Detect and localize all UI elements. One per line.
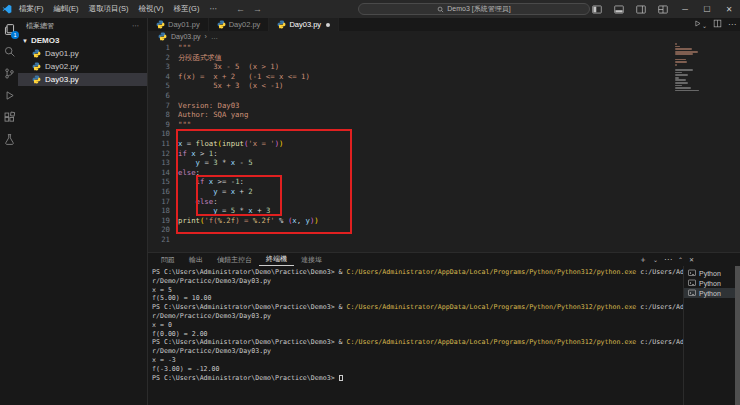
panel-more-icon[interactable]: ⋯ bbox=[664, 255, 672, 264]
code-text: if x > 1: bbox=[170, 149, 218, 159]
terminal-line: PS C:\Users\Administrator\Demo\Practice\… bbox=[152, 374, 683, 383]
editor-tab[interactable]: Day03.py bbox=[269, 18, 339, 31]
python-file-icon bbox=[32, 49, 41, 58]
code-text bbox=[170, 235, 178, 245]
minimap[interactable] bbox=[675, 43, 701, 97]
new-terminal-icon[interactable]: ＋ bbox=[639, 254, 647, 265]
run-python-button[interactable]: ⌄ bbox=[693, 19, 707, 30]
editor-more-icon[interactable]: ⋯ bbox=[728, 20, 736, 29]
terminal-list-item[interactable]: Python bbox=[684, 278, 735, 288]
toggle-secondary-sidebar-icon[interactable] bbox=[630, 0, 652, 18]
testing-icon[interactable] bbox=[1, 131, 17, 147]
menu-item[interactable]: 檔案(F) bbox=[14, 4, 49, 13]
line-number: 14 bbox=[148, 168, 170, 178]
code-text: Version: Day03 bbox=[170, 101, 240, 111]
split-editor-icon[interactable] bbox=[713, 19, 722, 30]
chevron-down-icon: ▼ bbox=[22, 38, 28, 44]
python-file-icon bbox=[32, 75, 41, 84]
terminal-scrollbar[interactable] bbox=[735, 266, 740, 405]
search-view-icon[interactable] bbox=[1, 43, 17, 59]
minimize-button[interactable]: ─ bbox=[674, 0, 696, 18]
vscode-window: 檔案(F)編輯(E)選取項目(S)檢視(V)移至(G)⋯ ← → Demo3 [… bbox=[0, 0, 740, 405]
code-line: 2分段函式求值 bbox=[148, 53, 740, 63]
folder-demo3[interactable]: ▼ DEMO3 bbox=[18, 34, 147, 47]
breadcrumb[interactable]: Day03.py › … bbox=[148, 31, 740, 41]
code-line: 4f(x) = x + 2 (-1 <= x <= 1) bbox=[148, 72, 740, 82]
terminal-output[interactable]: PS C:\Users\Administrator\Demo\Practice\… bbox=[148, 266, 683, 405]
activity-bar: 1 bbox=[0, 18, 18, 405]
panel-tab[interactable]: 終端機 bbox=[259, 253, 294, 266]
explorer-sidebar: 檔案總管 ⋯ ▼ DEMO3 Day01.pyDay02.pyDay03.py bbox=[18, 18, 148, 405]
line-number: 6 bbox=[148, 91, 170, 101]
sidebar-more-icon[interactable]: ⋯ bbox=[132, 22, 139, 30]
file-item[interactable]: Day01.py bbox=[18, 47, 147, 60]
source-control-icon[interactable] bbox=[1, 65, 17, 81]
command-center-search[interactable]: Demo3 [系統管理員] bbox=[358, 3, 590, 15]
menu-bar: 檔案(F)編輯(E)選取項目(S)檢視(V)移至(G)⋯ bbox=[14, 4, 222, 14]
terminal-line: f(-3.00) = -12.00 bbox=[152, 365, 683, 374]
menu-item[interactable]: 移至(G) bbox=[169, 4, 205, 13]
file-item[interactable]: Day02.py bbox=[18, 60, 147, 73]
terminal-icon bbox=[688, 289, 696, 297]
terminal-list-item[interactable]: Python bbox=[684, 268, 735, 278]
terminal-dropdown-icon[interactable]: ⌄ bbox=[653, 256, 658, 263]
line-number: 18 bbox=[148, 206, 170, 216]
panel-tab[interactable]: 連接埠 bbox=[294, 253, 329, 266]
toggle-sidebar-icon[interactable] bbox=[586, 0, 608, 18]
menu-item[interactable]: 編輯(E) bbox=[49, 4, 84, 13]
title-bar: 檔案(F)編輯(E)選取項目(S)檢視(V)移至(G)⋯ ← → Demo3 [… bbox=[0, 0, 740, 18]
terminal-label: Python bbox=[699, 270, 721, 277]
vscode-logo-icon bbox=[0, 4, 14, 14]
python-file-icon bbox=[217, 20, 226, 29]
code-editor[interactable]: 1"""2分段函式求值3 3x - 5 (x > 1)4f(x) = x + 2… bbox=[148, 41, 740, 252]
line-number: 2 bbox=[148, 53, 170, 63]
panel-tab[interactable]: 問題 bbox=[154, 253, 182, 266]
terminal-line: r/Demo/Practice/Demo3/Day03.py bbox=[152, 347, 683, 356]
close-button[interactable]: ✕ bbox=[718, 0, 740, 18]
code-line: 7Version: Day03 bbox=[148, 101, 740, 111]
panel-tab[interactable]: 輸出 bbox=[182, 253, 210, 266]
menu-item[interactable]: ⋯ bbox=[204, 4, 222, 13]
run-debug-icon[interactable] bbox=[1, 87, 17, 103]
code-line: 9""" bbox=[148, 120, 740, 130]
toggle-panel-icon[interactable] bbox=[608, 0, 630, 18]
terminal-cursor bbox=[339, 375, 343, 382]
file-tree: Day01.pyDay02.pyDay03.py bbox=[18, 47, 147, 86]
line-number: 19 bbox=[148, 216, 170, 226]
panel-maximize-icon[interactable]: ⌃ bbox=[678, 256, 683, 263]
code-line: 11x = float(input('x = ')) bbox=[148, 139, 740, 149]
code-line: 12if x > 1: bbox=[148, 149, 740, 159]
code-text: print('f(%.2f) = %.2f' % (x, y)) bbox=[170, 216, 319, 226]
terminal-line: x = 0 bbox=[152, 321, 683, 330]
file-name: Day01.py bbox=[45, 49, 79, 58]
extensions-icon[interactable] bbox=[1, 109, 17, 125]
line-number: 8 bbox=[148, 110, 170, 120]
maximize-button[interactable]: ☐ bbox=[696, 0, 718, 18]
terminal-list-item[interactable]: Python bbox=[684, 288, 735, 298]
panel-close-icon[interactable]: ✕ bbox=[689, 256, 694, 263]
file-item[interactable]: Day03.py bbox=[18, 73, 147, 86]
code-line: 13 y = 3 * x - 5 bbox=[148, 158, 740, 168]
code-line: 17 else: bbox=[148, 197, 740, 207]
nav-forward-icon[interactable]: → bbox=[253, 4, 262, 14]
line-number: 5 bbox=[148, 81, 170, 91]
code-text: if x >= -1: bbox=[170, 177, 244, 187]
menu-item[interactable]: 選取項目(S) bbox=[84, 4, 134, 13]
terminal-icon bbox=[688, 279, 696, 287]
python-file-icon bbox=[158, 32, 167, 41]
code-text: else: bbox=[170, 197, 218, 207]
terminal-line: x = -3 bbox=[152, 356, 683, 365]
code-text: y = x + 2 bbox=[170, 187, 253, 197]
nav-back-icon[interactable]: ← bbox=[236, 4, 245, 14]
editor-tab[interactable]: Day02.py bbox=[209, 18, 270, 31]
editor-tab[interactable]: Day01.py bbox=[148, 18, 209, 31]
customize-layout-icon[interactable] bbox=[652, 0, 674, 18]
terminal-line: r/Demo/Practice/Demo3/Day03.py bbox=[152, 277, 683, 286]
explorer-icon[interactable]: 1 bbox=[1, 21, 17, 37]
menu-item[interactable]: 檢視(V) bbox=[134, 4, 169, 13]
tab-label: Day02.py bbox=[229, 20, 261, 29]
editor-tab-bar: Day01.pyDay02.pyDay03.py ⌄ ⋯ bbox=[148, 18, 740, 31]
file-name: Day02.py bbox=[45, 62, 79, 71]
terminal-line: PS C:\Users\Administrator\Demo\Practice\… bbox=[152, 338, 683, 347]
panel-tab[interactable]: 偵錯主控台 bbox=[210, 253, 259, 266]
